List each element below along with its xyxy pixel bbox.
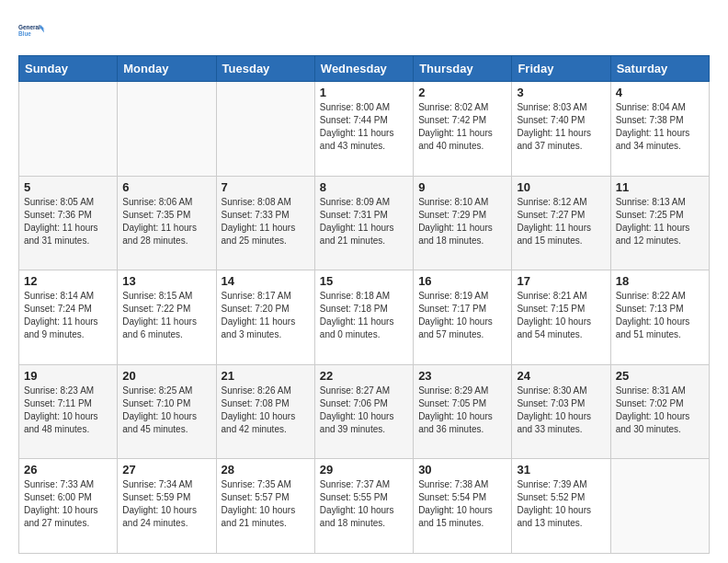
calendar-cell xyxy=(118,82,216,177)
day-info: Sunrise: 8:25 AM Sunset: 7:10 PM Dayligh… xyxy=(122,385,210,436)
svg-marker-2 xyxy=(40,25,46,32)
day-number: 5 xyxy=(24,180,112,194)
svg-text:Blue: Blue xyxy=(18,30,31,37)
day-info: Sunrise: 8:21 AM Sunset: 7:15 PM Dayligh… xyxy=(517,290,605,341)
day-number: 24 xyxy=(517,369,605,383)
calendar-cell: 7Sunrise: 8:08 AM Sunset: 7:33 PM Daylig… xyxy=(216,176,314,270)
calendar-cell: 13Sunrise: 8:15 AM Sunset: 7:22 PM Dayli… xyxy=(118,270,216,365)
day-number: 22 xyxy=(320,369,408,383)
day-info: Sunrise: 8:04 AM Sunset: 7:38 PM Dayligh… xyxy=(616,101,704,153)
day-info: Sunrise: 8:19 AM Sunset: 7:17 PM Dayligh… xyxy=(418,290,506,341)
day-info: Sunrise: 8:09 AM Sunset: 7:31 PM Dayligh… xyxy=(320,196,408,247)
calendar-cell xyxy=(610,459,709,554)
day-info: Sunrise: 8:12 AM Sunset: 7:27 PM Dayligh… xyxy=(517,196,605,247)
weekday-header-thursday: Thursday xyxy=(414,56,512,82)
calendar-cell: 21Sunrise: 8:26 AM Sunset: 7:08 PM Dayli… xyxy=(216,364,314,459)
day-number: 6 xyxy=(122,180,210,194)
week-row-2: 5Sunrise: 8:05 AM Sunset: 7:36 PM Daylig… xyxy=(19,176,710,270)
day-number: 4 xyxy=(616,86,704,99)
day-info: Sunrise: 7:35 AM Sunset: 5:57 PM Dayligh… xyxy=(222,478,310,530)
calendar-cell: 1Sunrise: 8:00 AM Sunset: 7:44 PM Daylig… xyxy=(314,82,413,177)
day-info: Sunrise: 8:05 AM Sunset: 7:36 PM Dayligh… xyxy=(24,196,112,247)
calendar-cell: 30Sunrise: 7:38 AM Sunset: 5:54 PM Dayli… xyxy=(414,459,512,554)
calendar-cell: 3Sunrise: 8:03 AM Sunset: 7:40 PM Daylig… xyxy=(512,82,610,177)
day-number: 11 xyxy=(616,180,704,194)
day-number: 26 xyxy=(24,463,112,477)
day-info: Sunrise: 8:27 AM Sunset: 7:06 PM Dayligh… xyxy=(320,385,408,436)
day-number: 10 xyxy=(517,180,605,194)
day-number: 18 xyxy=(616,274,704,288)
day-info: Sunrise: 8:17 AM Sunset: 7:20 PM Dayligh… xyxy=(222,290,310,341)
day-number: 7 xyxy=(222,180,310,194)
day-info: Sunrise: 7:34 AM Sunset: 5:59 PM Dayligh… xyxy=(122,478,210,530)
day-info: Sunrise: 8:15 AM Sunset: 7:22 PM Dayligh… xyxy=(122,290,210,341)
day-number: 9 xyxy=(418,180,506,194)
calendar-cell: 24Sunrise: 8:30 AM Sunset: 7:03 PM Dayli… xyxy=(512,364,610,459)
day-info: Sunrise: 7:33 AM Sunset: 6:00 PM Dayligh… xyxy=(24,478,112,530)
day-number: 16 xyxy=(418,274,506,288)
day-info: Sunrise: 8:03 AM Sunset: 7:40 PM Dayligh… xyxy=(517,101,605,153)
logo-icon: GeneralBlue xyxy=(18,17,48,46)
calendar-cell xyxy=(216,82,314,177)
calendar-cell: 4Sunrise: 8:04 AM Sunset: 7:38 PM Daylig… xyxy=(610,82,709,177)
day-number: 1 xyxy=(320,86,408,99)
calendar-cell: 10Sunrise: 8:12 AM Sunset: 7:27 PM Dayli… xyxy=(512,176,610,270)
calendar-cell: 27Sunrise: 7:34 AM Sunset: 5:59 PM Dayli… xyxy=(118,459,216,554)
day-info: Sunrise: 8:06 AM Sunset: 7:35 PM Dayligh… xyxy=(122,196,210,247)
day-number: 30 xyxy=(418,463,506,477)
week-row-3: 12Sunrise: 8:14 AM Sunset: 7:24 PM Dayli… xyxy=(19,270,710,365)
calendar-cell: 11Sunrise: 8:13 AM Sunset: 7:25 PM Dayli… xyxy=(610,176,709,270)
day-info: Sunrise: 8:08 AM Sunset: 7:33 PM Dayligh… xyxy=(222,196,310,247)
calendar-table: SundayMondayTuesdayWednesdayThursdayFrid… xyxy=(18,55,710,554)
day-number: 31 xyxy=(517,463,605,477)
day-info: Sunrise: 7:38 AM Sunset: 5:54 PM Dayligh… xyxy=(418,478,506,530)
calendar-cell: 25Sunrise: 8:31 AM Sunset: 7:02 PM Dayli… xyxy=(610,364,709,459)
calendar-cell: 19Sunrise: 8:23 AM Sunset: 7:11 PM Dayli… xyxy=(19,364,118,459)
calendar-cell: 15Sunrise: 8:18 AM Sunset: 7:18 PM Dayli… xyxy=(314,270,413,365)
day-info: Sunrise: 8:02 AM Sunset: 7:42 PM Dayligh… xyxy=(418,101,506,153)
day-number: 3 xyxy=(517,86,605,99)
day-info: Sunrise: 7:37 AM Sunset: 5:55 PM Dayligh… xyxy=(320,478,408,530)
day-info: Sunrise: 8:23 AM Sunset: 7:11 PM Dayligh… xyxy=(24,385,112,436)
calendar-cell: 6Sunrise: 8:06 AM Sunset: 7:35 PM Daylig… xyxy=(118,176,216,270)
day-number: 28 xyxy=(222,463,310,477)
weekday-header-monday: Monday xyxy=(118,56,216,82)
calendar-cell: 12Sunrise: 8:14 AM Sunset: 7:24 PM Dayli… xyxy=(19,270,118,365)
week-row-5: 26Sunrise: 7:33 AM Sunset: 6:00 PM Dayli… xyxy=(19,459,710,554)
svg-text:General: General xyxy=(18,24,40,30)
calendar-cell: 9Sunrise: 8:10 AM Sunset: 7:29 PM Daylig… xyxy=(414,176,512,270)
day-number: 20 xyxy=(122,369,210,383)
week-row-4: 19Sunrise: 8:23 AM Sunset: 7:11 PM Dayli… xyxy=(19,364,710,459)
weekday-header-friday: Friday xyxy=(512,56,610,82)
day-number: 29 xyxy=(320,463,408,477)
calendar-cell: 20Sunrise: 8:25 AM Sunset: 7:10 PM Dayli… xyxy=(118,364,216,459)
day-info: Sunrise: 8:29 AM Sunset: 7:05 PM Dayligh… xyxy=(418,385,506,436)
day-info: Sunrise: 8:18 AM Sunset: 7:18 PM Dayligh… xyxy=(320,290,408,341)
week-row-1: 1Sunrise: 8:00 AM Sunset: 7:44 PM Daylig… xyxy=(19,82,710,177)
calendar-cell: 22Sunrise: 8:27 AM Sunset: 7:06 PM Dayli… xyxy=(314,364,413,459)
day-info: Sunrise: 8:31 AM Sunset: 7:02 PM Dayligh… xyxy=(616,385,704,436)
weekday-header-row: SundayMondayTuesdayWednesdayThursdayFrid… xyxy=(19,56,710,82)
header: GeneralBlue xyxy=(18,17,710,46)
calendar-cell: 17Sunrise: 8:21 AM Sunset: 7:15 PM Dayli… xyxy=(512,270,610,365)
day-number: 17 xyxy=(517,274,605,288)
day-number: 15 xyxy=(320,274,408,288)
calendar-cell: 18Sunrise: 8:22 AM Sunset: 7:13 PM Dayli… xyxy=(610,270,709,365)
calendar-cell: 28Sunrise: 7:35 AM Sunset: 5:57 PM Dayli… xyxy=(216,459,314,554)
day-info: Sunrise: 7:39 AM Sunset: 5:52 PM Dayligh… xyxy=(517,478,605,530)
day-number: 14 xyxy=(222,274,310,288)
day-info: Sunrise: 8:26 AM Sunset: 7:08 PM Dayligh… xyxy=(222,385,310,436)
day-number: 12 xyxy=(24,274,112,288)
day-number: 13 xyxy=(122,274,210,288)
weekday-header-tuesday: Tuesday xyxy=(216,56,314,82)
calendar-cell xyxy=(19,82,118,177)
day-number: 25 xyxy=(616,369,704,383)
day-number: 23 xyxy=(418,369,506,383)
calendar-cell: 5Sunrise: 8:05 AM Sunset: 7:36 PM Daylig… xyxy=(19,176,118,270)
day-info: Sunrise: 8:13 AM Sunset: 7:25 PM Dayligh… xyxy=(616,196,704,247)
calendar-cell: 23Sunrise: 8:29 AM Sunset: 7:05 PM Dayli… xyxy=(414,364,512,459)
day-info: Sunrise: 8:00 AM Sunset: 7:44 PM Dayligh… xyxy=(320,101,408,153)
day-info: Sunrise: 8:14 AM Sunset: 7:24 PM Dayligh… xyxy=(24,290,112,341)
calendar-cell: 16Sunrise: 8:19 AM Sunset: 7:17 PM Dayli… xyxy=(414,270,512,365)
weekday-header-saturday: Saturday xyxy=(610,56,709,82)
